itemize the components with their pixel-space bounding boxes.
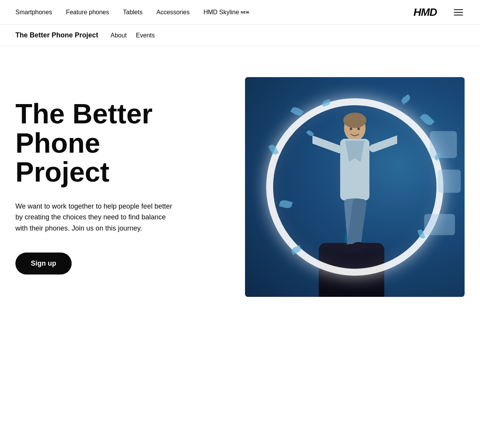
hmd-logo: HMD	[413, 6, 437, 19]
top-nav: Smartphones Feature phones Tablets Acces…	[0, 0, 480, 25]
top-nav-links: Smartphones Feature phones Tablets Acces…	[15, 9, 413, 16]
secondary-nav-events[interactable]: Events	[136, 32, 155, 39]
hero-section: The Better Phone Project We want to work…	[0, 46, 480, 320]
svg-point-11	[350, 128, 352, 130]
logo-area: HMD	[413, 6, 437, 19]
nav-link-tablets[interactable]: Tablets	[123, 9, 143, 16]
new-badge: NEW	[241, 10, 250, 14]
secondary-nav-links: About Events	[111, 32, 155, 39]
hero-image-area	[200, 77, 465, 297]
tech-object-2	[438, 170, 461, 193]
hero-description: We want to work together to help people …	[15, 201, 177, 234]
person-figure	[312, 112, 397, 258]
svg-rect-5	[312, 133, 344, 154]
hamburger-menu-button[interactable]	[452, 8, 465, 17]
hamburger-line-2	[454, 12, 463, 13]
secondary-nav-brand[interactable]: The Better Phone Project	[15, 31, 98, 39]
tech-object-3	[424, 214, 455, 235]
nav-link-hmd-skyline[interactable]: HMD SkylineNEW	[203, 9, 249, 16]
svg-point-1	[343, 113, 366, 128]
hero-visual	[245, 77, 465, 297]
nav-link-feature-phones[interactable]: Feature phones	[66, 9, 109, 16]
secondary-nav: The Better Phone Project About Events	[0, 25, 480, 46]
hero-title: The Better Phone Project	[15, 99, 185, 187]
nav-link-smartphones[interactable]: Smartphones	[15, 9, 52, 16]
secondary-nav-about[interactable]: About	[111, 32, 127, 39]
nav-link-accessories[interactable]: Accessories	[156, 9, 190, 16]
hamburger-line-3	[454, 15, 463, 15]
hero-text-block: The Better Phone Project We want to work…	[15, 99, 200, 275]
hamburger-line-1	[454, 9, 463, 10]
tech-object-1	[430, 131, 457, 158]
svg-rect-6	[368, 131, 397, 153]
signup-button[interactable]: Sign up	[15, 253, 72, 275]
svg-point-12	[357, 128, 360, 130]
